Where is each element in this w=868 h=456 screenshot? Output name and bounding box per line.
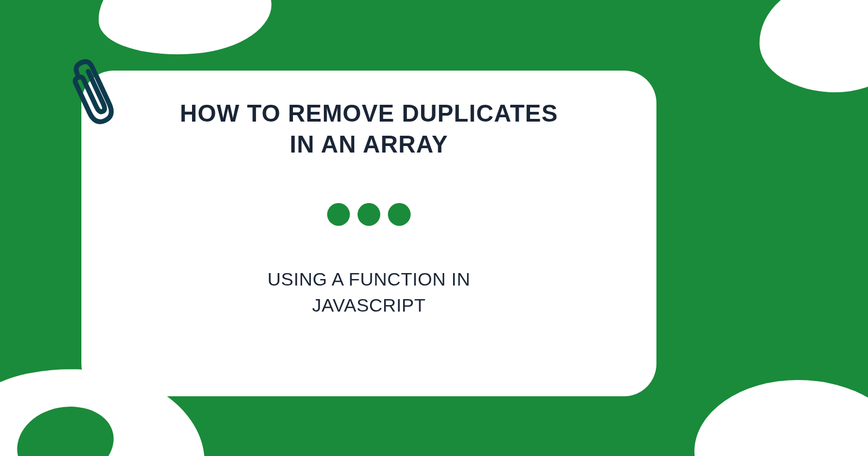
main-card: HOW TO REMOVE DUPLICATES IN AN ARRAY USI… [81,71,656,396]
decorative-dots [327,203,411,226]
dot [358,203,380,226]
dot [327,203,350,226]
subtitle-line-2: JAVASCRIPT [312,295,426,315]
title-line-2: IN AN ARRAY [290,131,448,157]
author-handle: @CODERGILLICK [730,427,835,441]
decorative-blob [694,380,868,456]
subtitle: USING A FUNCTION IN JAVASCRIPT [267,267,470,318]
title-line-1: HOW TO REMOVE DUPLICATES [180,100,558,126]
decorative-blob [760,0,868,92]
main-title: HOW TO REMOVE DUPLICATES IN AN ARRAY [180,98,558,160]
paperclip-icon [68,54,127,132]
decorative-blob [94,0,275,62]
dot [388,203,411,226]
subtitle-line-1: USING A FUNCTION IN [267,269,470,289]
